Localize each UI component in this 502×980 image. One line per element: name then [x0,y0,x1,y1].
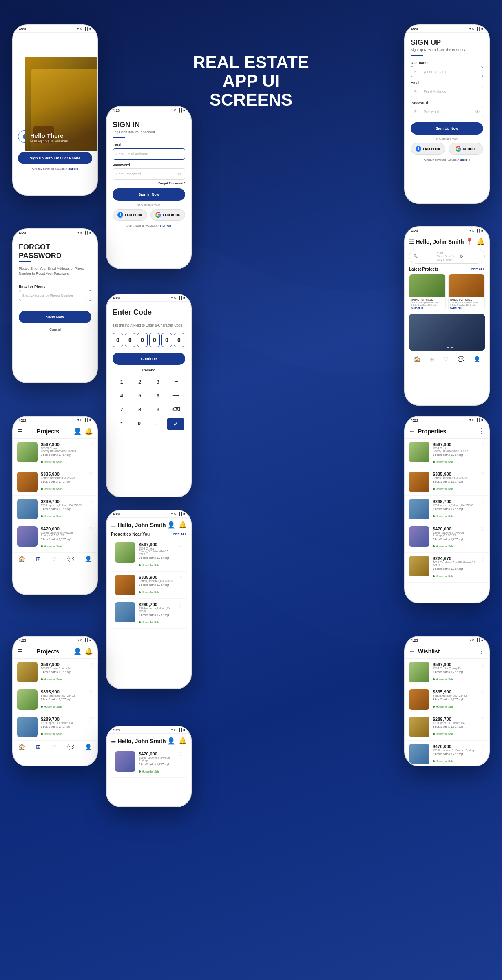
google-signup-button[interactable]: GOOGLE [449,143,483,155]
more-options-wishlist[interactable]: ⋮ [478,647,485,655]
hamburger-bc[interactable]: ☰ [111,738,116,744]
signup-email-phone-button[interactable]: Sign Up With Email or Phone [18,152,92,164]
detail-fav-3[interactable]: ♡ [480,499,485,505]
signup-password-input[interactable]: Enter Password 👁 [411,106,483,117]
wishlist-item-1[interactable]: $567,900 1504 Choke Cherry,Dr 3 bds 5 ba… [405,659,489,686]
wishlist-fav-2[interactable]: ♡ [480,689,485,695]
profile-nav-projects[interactable]: 👤 [85,556,92,562]
chat-nav-bl[interactable]: 💬 [67,744,74,750]
code-box-1[interactable]: 0 [113,333,123,347]
home-nav-icon[interactable]: 🏠 [414,356,420,362]
detail-fav-5[interactable]: ♡ [480,556,485,562]
bl-item-1[interactable]: $567,900 16523 Choke Cherry,Dr 3 bds 5 b… [13,659,97,686]
forgot-email-input[interactable]: Email,Address or Phone Number [19,290,91,301]
property-item-4[interactable]: $470,000 15998 Lagone St,Powder Springs,… [13,523,97,553]
bl-item-2[interactable]: $335,900 Batton,Hampton,GA 23423 3 bds 5… [13,686,97,713]
near-item-1[interactable]: $567,900 1504 Choke Cherry,Dr,Victorvill… [111,539,187,572]
back-arrow-icon[interactable]: ← [409,428,415,435]
grid-nav-bl[interactable]: ⊞ [36,744,41,750]
property-item-2[interactable]: $335,900 Batton,Hampton,GA 23423 3 bds 5… [13,468,97,496]
key-dash[interactable]: — [167,389,186,402]
near-item-3[interactable]: $289,700 129 Hoper Ln,Folsom,CA 95300 3 … [111,599,187,629]
wishlist-item-3[interactable]: $289,700 129 Hoper Ln,Folsom CA 3 bds 5 … [405,713,489,741]
home-nav-projects[interactable]: 🏠 [18,556,25,562]
heart-nav-projects[interactable]: ♡ [51,556,57,562]
bc-item-1[interactable]: $470,000 15998 Lagone St,Powder Springs … [111,748,187,778]
facebook-login-button[interactable]: f FACEBOOK [113,209,147,221]
key-5[interactable]: 5 [131,389,149,402]
code-box-3[interactable]: 0 [137,333,148,347]
forgot-password-link[interactable]: Forgot Password? [113,181,185,185]
key-3[interactable]: 3 [149,375,167,388]
key-backspace[interactable]: ⌫ [167,403,186,415]
bl-fav-2[interactable]: ♡ [88,689,93,695]
signup-email-input[interactable]: Enter Email Address [411,86,483,97]
more-options-icon[interactable]: ⋮ [478,427,485,435]
hamburger-bottom-left[interactable]: ☰ [17,648,22,655]
key-2[interactable]: 2 [131,375,149,388]
code-box-5[interactable]: 0 [161,333,172,347]
heart-nav-icon[interactable]: ♡ [443,356,449,362]
grid-nav-icon[interactable]: ⊞ [429,356,434,362]
sign-in-link[interactable]: Sign In [68,167,78,170]
near-fav-1[interactable]: ♡ [178,542,183,548]
key-confirm[interactable]: ✓ [167,418,185,430]
profile-nav-icon[interactable]: 👤 [473,356,480,362]
wishlist-fav-4[interactable]: ♡ [480,744,485,750]
chat-nav-projects[interactable]: 💬 [67,556,74,562]
key-6[interactable]: 6 [149,389,167,402]
detail-item-1[interactable]: $567,900 1504 Choke Cherry,Dr,Victorvill… [405,439,489,468]
see-all-near[interactable]: SEE ALL [173,532,187,536]
search-bar[interactable]: 🔍 Find Rent,Sale & Buy Home ⚙ [409,249,485,264]
key-4[interactable]: 4 [113,389,131,402]
google-login-button[interactable]: FACEBOOK [150,209,185,221]
detail-item-5[interactable]: $224,670 4629 Careback Ave,Elk Grove,CA … [405,553,489,583]
signin-link-signup[interactable]: Sign In [460,158,470,161]
continue-button[interactable]: Continue [113,353,185,365]
code-box-2[interactable]: 0 [125,333,135,347]
favorite-icon-2[interactable]: ♡ [88,472,93,477]
signup-link[interactable]: Sign Up [159,224,171,227]
hamburger-icon[interactable]: ☰ [409,238,414,245]
key-star[interactable]: * [113,417,130,429]
hamburger-icon-projects[interactable]: ☰ [17,428,22,435]
property-item-3[interactable]: $289,700 129 Hoper Ln,Folsom,CA 95300 3 … [13,496,97,523]
wishlist-fav-3[interactable]: ♡ [480,717,485,722]
detail-item-4[interactable]: $470,000 13996 Lagone St,Powder Springs,… [405,523,489,553]
detail-fav-1[interactable]: ♡ [480,442,485,448]
fb-signup-button[interactable]: f FACEBOOK [411,143,445,155]
cancel-link[interactable]: Cancel [19,327,91,331]
detail-item-3[interactable]: $289,700 129 Hoper Ln,Folsom,CA 95300 3 … [405,496,489,523]
near-fav-3[interactable]: ♡ [178,602,183,608]
hamburger-icon-near[interactable]: ☰ [111,522,116,528]
detail-item-2[interactable]: $335,900 Batton,Hampton,GA 23423 3 bds 5… [405,468,489,496]
detail-fav-4[interactable]: ♡ [480,526,485,532]
detail-fav-2[interactable]: ♡ [480,472,485,477]
key-minus[interactable]: − [167,375,186,388]
home-nav-bl[interactable]: 🏠 [18,744,25,750]
bc-fav-1[interactable]: ♡ [178,751,183,757]
profile-nav-bl[interactable]: 👤 [85,744,92,750]
signup-button[interactable]: Sign Up Now [411,122,483,135]
bl-fav-3[interactable]: ♡ [88,717,93,722]
see-all-latest[interactable]: SEE ALL [471,267,485,271]
near-fav-2[interactable]: ♡ [178,575,183,580]
favorite-icon-1[interactable]: ♡ [88,442,93,448]
signin-button[interactable]: Sign In Now [113,188,185,201]
chat-nav-icon[interactable]: 💬 [458,356,464,362]
key-0[interactable]: 0 [130,417,148,429]
grid-nav-projects[interactable]: ⊞ [36,556,41,562]
key-8[interactable]: 8 [131,403,149,415]
property-item-1[interactable]: $567,900 16523 Choke Cherry,Dr,Victorvil… [13,439,97,468]
favorite-icon-3[interactable]: ♡ [88,499,93,505]
key-dot[interactable]: . [148,417,166,429]
key-1[interactable]: 1 [113,375,131,388]
project-card-2[interactable]: HOME FOR SALE 129 Hoper Ln,Folsom,CA 3 b… [448,274,485,311]
heart-nav-bl[interactable]: ♡ [51,744,57,750]
project-card-1[interactable]: HOME FOR SALE Staten,Hampton,GA 23423 3 … [409,274,446,311]
signin-email-input[interactable]: Enter Email Address [113,148,185,160]
username-input[interactable]: Enter your Username [411,66,483,77]
key-9[interactable]: 9 [149,403,167,415]
wishlist-item-2[interactable]: $335,900 Batton,Hampton,GA 23423 3 bds 5… [405,686,489,713]
signin-password-input[interactable]: Enter Password 👁 [113,168,185,180]
